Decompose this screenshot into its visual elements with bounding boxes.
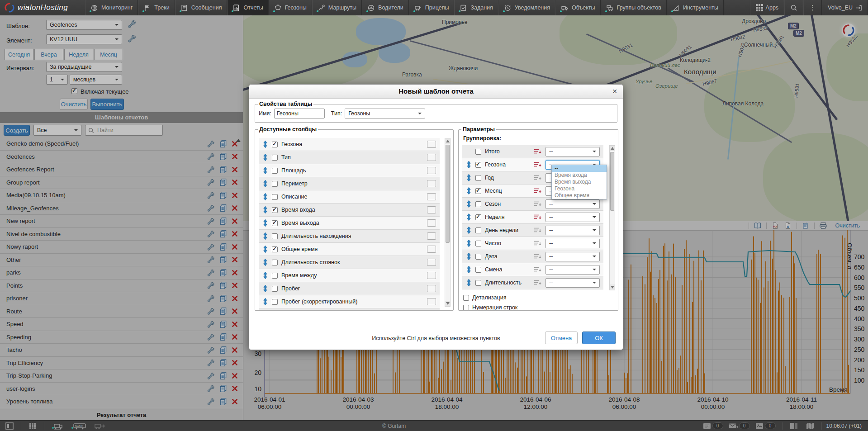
column-checkbox[interactable] (272, 260, 278, 265)
legend-icon[interactable] (789, 422, 799, 430)
move-updown-icon[interactable] (262, 180, 268, 188)
grouping-row[interactable]: Смена-- (462, 263, 603, 276)
tab-unit-groups[interactable]: Группы объектов (601, 0, 667, 15)
grouping-row[interactable]: Число-- (462, 237, 603, 250)
grouping-levels-icon[interactable] (533, 214, 542, 220)
grouping-levels-icon[interactable] (533, 161, 542, 168)
tab-messages[interactable]: Сообщения (175, 0, 228, 15)
move-updown-icon[interactable] (466, 161, 472, 169)
grouping-checkbox[interactable] (475, 214, 481, 220)
grouping-levels-icon[interactable] (533, 266, 542, 273)
tab-monitoring[interactable]: Мониторинг (85, 0, 138, 15)
move-updown-icon[interactable] (466, 200, 472, 208)
grouping-select[interactable]: -- (545, 226, 600, 235)
move-updown-icon[interactable] (262, 258, 268, 266)
move-updown-icon[interactable] (262, 193, 268, 201)
move-updown-icon[interactable] (466, 279, 472, 287)
column-checkbox[interactable] (272, 299, 278, 305)
column-checkbox[interactable] (272, 273, 278, 279)
column-row[interactable]: Время между (259, 269, 440, 282)
rename-column-icon[interactable] (427, 180, 436, 187)
grouping-checkbox[interactable] (475, 227, 481, 233)
column-row[interactable]: Счетчик (259, 308, 440, 311)
tab-tools[interactable]: Инструменты (667, 0, 724, 15)
grouping-scrollbar[interactable] (609, 145, 615, 290)
option-checkbox[interactable] (463, 305, 469, 311)
tab-units[interactable]: Объекты (555, 0, 601, 15)
move-updown-icon[interactable] (466, 174, 472, 182)
grouping-row[interactable]: Неделя-- (462, 211, 603, 224)
grouping-select[interactable]: -- (545, 199, 600, 209)
grouping-levels-icon[interactable] (533, 253, 542, 260)
rename-column-icon[interactable] (427, 298, 436, 305)
move-updown-icon[interactable] (466, 187, 472, 195)
column-row[interactable]: Периметр (259, 177, 440, 190)
move-updown-icon[interactable] (262, 153, 268, 161)
rename-column-icon[interactable] (427, 219, 436, 227)
column-checkbox[interactable] (272, 142, 278, 147)
tab-routes[interactable]: Маршруты (312, 0, 362, 15)
grouping-levels-icon[interactable] (533, 201, 542, 207)
column-checkbox[interactable] (272, 168, 278, 174)
rename-column-icon[interactable] (427, 141, 436, 148)
grouping-checkbox[interactable] (475, 254, 481, 260)
grouping-row[interactable]: Сезон-- (462, 198, 603, 211)
tab-reports[interactable]: Отчеты (227, 0, 268, 15)
column-checkbox[interactable] (272, 181, 278, 187)
column-row[interactable]: Описание (259, 190, 440, 204)
option-row[interactable]: Детализация (463, 293, 517, 303)
column-row[interactable]: Геозона (259, 138, 440, 151)
grouping-select[interactable]: -- (545, 147, 600, 156)
cancel-button[interactable]: Отмена (545, 332, 578, 344)
grouping-checkbox[interactable] (475, 162, 481, 168)
grouping-select[interactable]: -- (545, 239, 600, 248)
column-checkbox[interactable] (272, 286, 278, 292)
move-updown-icon[interactable] (466, 226, 472, 234)
move-updown-icon[interactable] (466, 239, 472, 247)
grouping-checkbox[interactable] (475, 280, 481, 286)
move-updown-icon[interactable] (262, 140, 268, 148)
grouping-levels-icon[interactable] (533, 227, 542, 233)
grouping-checkbox[interactable] (475, 267, 481, 273)
toggle-panel-icon[interactable] (5, 422, 14, 430)
close-icon[interactable]: ✕ (612, 87, 617, 95)
grouping-levels-icon[interactable] (533, 279, 542, 286)
column-row[interactable]: Длительность стоянок (259, 256, 440, 269)
grouping-checkbox[interactable] (475, 188, 481, 194)
option-checkbox[interactable] (463, 295, 469, 301)
table-name-input[interactable] (274, 109, 325, 118)
apps-button[interactable]: Apps (750, 0, 785, 15)
move-updown-icon[interactable] (262, 166, 268, 175)
mail-counter[interactable]: 0 (729, 422, 750, 429)
column-row[interactable]: Тип (259, 151, 440, 164)
column-row[interactable]: Длительность нахождения (259, 230, 440, 243)
column-checkbox[interactable] (272, 207, 278, 213)
grouping-checkbox[interactable] (475, 241, 481, 246)
grouping-row[interactable]: День недели-- (462, 224, 603, 237)
table-type-select[interactable]: Геозоны (345, 109, 425, 118)
grouping-select[interactable]: -- (545, 265, 600, 275)
column-checkbox[interactable] (272, 194, 278, 200)
unit-trace-toggle[interactable] (93, 422, 107, 430)
grouping-select[interactable]: -- (545, 252, 600, 261)
dropdown-option[interactable]: Геозона (552, 185, 607, 192)
column-checkbox[interactable] (272, 155, 278, 161)
unit-icons-toggle[interactable] (51, 422, 64, 430)
move-updown-icon[interactable] (262, 298, 268, 306)
ok-button[interactable]: ОК (582, 332, 616, 344)
move-updown-icon[interactable] (262, 271, 268, 279)
grouping-levels-icon[interactable] (533, 148, 542, 155)
grouping-row[interactable]: Итого-- (462, 145, 603, 158)
tab-geofences[interactable]: Геозоны (269, 0, 312, 15)
rename-column-icon[interactable] (427, 232, 436, 240)
grouping-checkbox[interactable] (475, 201, 481, 207)
rename-column-icon[interactable] (427, 167, 436, 174)
dropdown-option[interactable]: -- (552, 165, 607, 172)
column-row[interactable]: Площадь (259, 164, 440, 177)
search-button[interactable] (784, 0, 803, 15)
dropdown-option[interactable]: Время входа (552, 172, 607, 179)
grouping-checkbox[interactable] (475, 175, 481, 181)
rename-column-icon[interactable] (427, 193, 436, 200)
rename-column-icon[interactable] (427, 259, 436, 266)
grouping-levels-icon[interactable] (533, 175, 542, 181)
